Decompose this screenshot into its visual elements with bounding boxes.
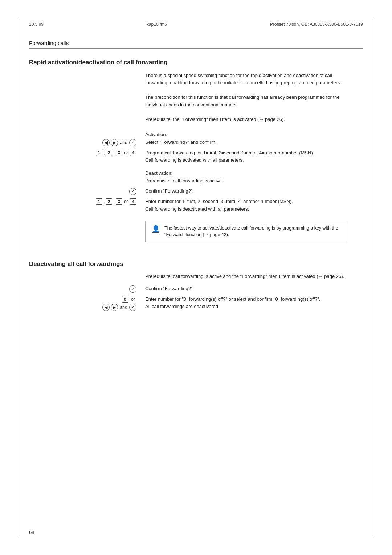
right-margin-line	[373, 20, 373, 535]
deactivation-instruction-1: Confirm "Forwarding?".	[145, 187, 348, 195]
deactivation-label: Deactivation:	[145, 170, 363, 176]
key-2: 2	[106, 150, 112, 156]
s2-check-icon: ✓	[129, 285, 136, 293]
header-left: 20.5.99	[29, 22, 44, 27]
left-margin-line	[19, 20, 19, 535]
main-heading: Rapid activation/deactivation of call fo…	[29, 59, 363, 66]
intro-para-1: There is a special speed switching funct…	[145, 72, 348, 123]
or-text-2: or	[124, 199, 128, 204]
header-date: 20.5.99	[29, 22, 44, 27]
info-person-icon: 👤	[151, 225, 161, 233]
s2-arrow-right-icon: ▶	[111, 304, 118, 311]
s2-instruction-1: Confirm "Forwarding?".	[145, 285, 348, 292]
page-number: 68	[29, 530, 34, 535]
key-d2: 2	[106, 198, 112, 205]
header-center: kap10.fm5	[147, 22, 167, 27]
check-icon: ✓	[129, 139, 136, 146]
info-box-text: The fastest way to activate/deactivate c…	[164, 225, 343, 239]
key-num-1234: 1, 2, 3 or 4	[29, 149, 145, 156]
section2-content: Prerequisite: call forwarding is active …	[29, 273, 363, 314]
s2-key-zero-nav: 0 or ◀ ▶ and ✓	[29, 296, 145, 311]
activation-row-1: ◀ ▶ and ✓ Select "Forwarding?" and confi…	[29, 139, 363, 146]
s2-row-2: 0 or ◀ ▶ and ✓ Enter number for "0=forwa…	[29, 296, 363, 311]
info-box: 👤 The fastest way to activate/deactivate…	[145, 221, 348, 243]
activation-instruction-1: Select "Forwarding?" and confirm.	[145, 139, 348, 146]
check-circle-icon: ✓	[129, 188, 136, 195]
page-footer: 68	[29, 530, 363, 535]
deactivation-row-1: ✓ Confirm "Forwarding?".	[29, 187, 363, 195]
s2-instruction-2: Enter number for "0=forwarding(s) off?" …	[145, 296, 348, 310]
key-d3: 3	[116, 198, 122, 205]
key-d1: 1	[96, 198, 102, 205]
key-d4: 4	[130, 198, 136, 205]
key-num-deact: 1, 2, 3 or 4	[29, 198, 145, 205]
key-4: 4	[130, 150, 136, 156]
key-1: 1	[96, 150, 102, 156]
section2-heading: Deactivating all call forwardings	[29, 260, 363, 268]
section2-intro: Prerequisite: call forwarding is active …	[145, 273, 348, 280]
key-check-only: ✓	[29, 187, 145, 195]
s2-row-1: ✓ Confirm "Forwarding?".	[29, 285, 363, 293]
activation-instruction-2: Program call forwarding for 1=first, 2=s…	[145, 149, 348, 164]
deactivation-instruction-2: Enter number for 1=first, 2=second, 3=th…	[145, 198, 348, 212]
page-header: 20.5.99 kap10.fm5 Profiset 70isdn, GB: A…	[29, 22, 363, 27]
and-text: and	[120, 140, 127, 145]
deactivation-row-2: 1, 2, 3 or 4 Enter number for 1=first, 2…	[29, 198, 363, 212]
s2-check-nav-icon: ✓	[129, 304, 136, 311]
or-text: or	[124, 150, 128, 155]
s2-arrow-left-icon: ◀	[102, 304, 110, 311]
deactivation-prereq: Prerequisite: call forwarding is active.	[145, 177, 348, 185]
key-zero: 0	[122, 296, 128, 303]
s2-and-text: and	[120, 305, 127, 310]
activation-row-2: 1, 2, 3 or 4 Program call forwarding for…	[29, 149, 363, 164]
s2-key-check: ✓	[29, 285, 145, 293]
section-title: Forwarding calls	[29, 40, 363, 49]
key-3: 3	[116, 150, 122, 156]
content-area: There is a special speed switching funct…	[29, 72, 363, 250]
header-right: Profiset 70isdn, GB: A30853-X300-B501-3-…	[270, 22, 363, 27]
page: 20.5.99 kap10.fm5 Profiset 70isdn, GB: A…	[0, 0, 392, 555]
key-nav-check: ◀ ▶ and ✓	[29, 139, 145, 146]
or-text-3: or	[131, 297, 135, 302]
arrow-right-icon: ▶	[111, 139, 118, 146]
activation-label: Activation:	[145, 132, 363, 137]
arrow-left-icon: ◀	[102, 139, 110, 146]
